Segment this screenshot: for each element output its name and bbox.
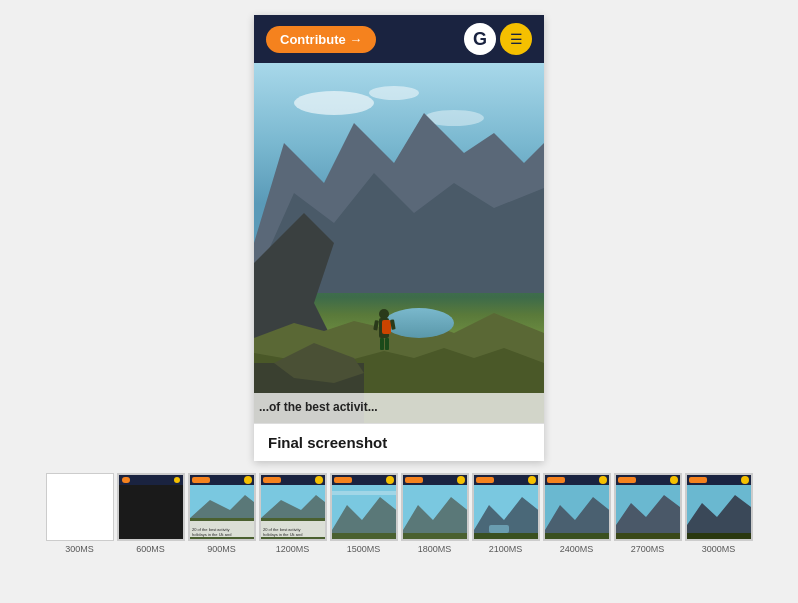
svg-point-73: [741, 476, 749, 484]
menu-button[interactable]: ☰: [500, 23, 532, 55]
svg-text:holidays in the Uk and: holidays in the Uk and: [192, 532, 231, 537]
thumbnail-6[interactable]: [472, 473, 540, 541]
svg-rect-22: [192, 477, 210, 483]
svg-marker-44: [332, 533, 398, 541]
thumb-item-6[interactable]: 2100MS: [472, 473, 540, 554]
thumbnail-7[interactable]: [543, 473, 611, 541]
svg-point-32: [315, 476, 323, 484]
svg-text:...of the best activit...: ...of the best activit...: [259, 400, 378, 414]
timestamp-1: 600MS: [136, 544, 165, 554]
timestamp-3: 1200MS: [276, 544, 310, 554]
contribute-label: Contribute →: [280, 32, 362, 47]
svg-marker-51: [403, 533, 469, 541]
svg-rect-47: [405, 477, 423, 483]
timestamp-4: 1500MS: [347, 544, 381, 554]
thumbnail-1[interactable]: [117, 473, 185, 541]
svg-rect-40: [334, 477, 352, 483]
contribute-button[interactable]: Contribute →: [266, 26, 376, 53]
svg-marker-64: [545, 533, 611, 541]
caption-text: Final screenshot: [268, 434, 387, 451]
svg-point-48: [457, 476, 465, 484]
timestamp-8: 2700MS: [631, 544, 665, 554]
svg-marker-70: [616, 533, 682, 541]
svg-point-61: [599, 476, 607, 484]
timeline-strip: 300MS 600MS: [10, 473, 788, 554]
svg-rect-60: [547, 477, 565, 483]
thumbnail-3[interactable]: 20 of the best activity holidays in the …: [259, 473, 327, 541]
svg-point-67: [670, 476, 678, 484]
thumb-item-2[interactable]: 20 of the best activity holidays in the …: [188, 473, 256, 554]
hero-image: ...of the best activit...: [254, 63, 544, 423]
svg-rect-14: [382, 320, 391, 334]
screenshot-preview: Contribute → G ☰: [254, 15, 544, 461]
thumb-item-4[interactable]: 1500MS: [330, 473, 398, 554]
timestamp-5: 1800MS: [418, 544, 452, 554]
thumb-item-9[interactable]: 3000MS: [685, 473, 753, 554]
svg-point-41: [386, 476, 394, 484]
thumbnail-0[interactable]: [46, 473, 114, 541]
timestamp-2: 900MS: [207, 544, 236, 554]
thumb-item-3[interactable]: 20 of the best activity holidays in the …: [259, 473, 327, 554]
thumb-item-8[interactable]: 2700MS: [614, 473, 682, 554]
caption-bar: Final screenshot: [254, 423, 544, 461]
logo-letter: G: [473, 29, 487, 50]
main-container: Contribute → G ☰: [0, 0, 798, 603]
thumbnail-4[interactable]: [330, 473, 398, 541]
thumbnail-8[interactable]: [614, 473, 682, 541]
thumbnail-row: 300MS 600MS: [46, 473, 753, 554]
thumbnail-9[interactable]: [685, 473, 753, 541]
svg-rect-45: [332, 491, 398, 495]
timestamp-6: 2100MS: [489, 544, 523, 554]
timestamp-9: 3000MS: [702, 544, 736, 554]
svg-point-1: [294, 91, 374, 115]
svg-point-13: [379, 309, 389, 319]
thumbnail-5[interactable]: [401, 473, 469, 541]
hamburger-icon: ☰: [510, 31, 523, 47]
logo-area: G ☰: [464, 23, 532, 55]
thumbnail-2[interactable]: 20 of the best activity holidays in the …: [188, 473, 256, 541]
svg-marker-57: [474, 533, 540, 541]
timestamp-0: 300MS: [65, 544, 94, 554]
svg-rect-31: [263, 477, 281, 483]
svg-rect-16: [385, 338, 389, 350]
thumb-item-7[interactable]: 2400MS: [543, 473, 611, 554]
browser-toolbar: Contribute → G ☰: [254, 15, 544, 63]
guardian-logo: G: [464, 23, 496, 55]
svg-rect-72: [689, 477, 707, 483]
svg-point-3: [369, 86, 419, 100]
svg-point-23: [244, 476, 252, 484]
thumb-item-5[interactable]: 1800MS: [401, 473, 469, 554]
svg-point-54: [528, 476, 536, 484]
svg-rect-15: [380, 338, 384, 350]
thumb-item-0[interactable]: 300MS: [46, 473, 114, 554]
svg-marker-76: [687, 533, 753, 541]
timestamp-7: 2400MS: [560, 544, 594, 554]
svg-rect-53: [476, 477, 494, 483]
svg-text:holidays in the Uk and: holidays in the Uk and: [263, 532, 302, 537]
svg-rect-58: [489, 525, 509, 533]
mountain-svg: ...of the best activit...: [254, 63, 544, 423]
svg-rect-66: [618, 477, 636, 483]
thumb-item-1[interactable]: 600MS: [117, 473, 185, 554]
